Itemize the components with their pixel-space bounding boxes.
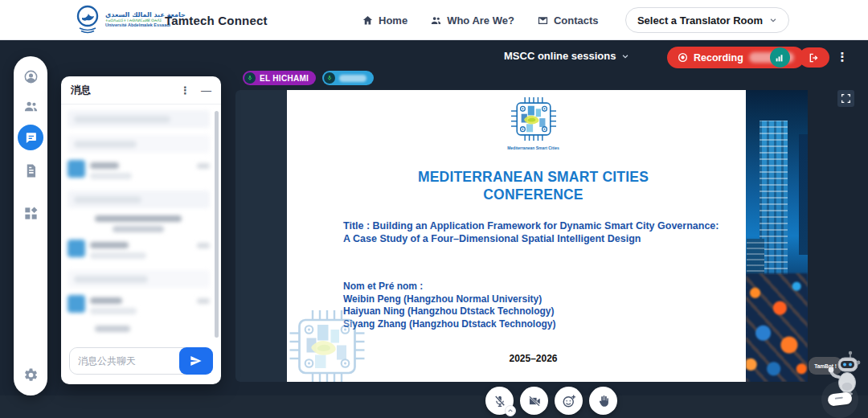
person-circle-icon	[23, 69, 39, 84]
chat-minimize-icon[interactable]: —	[201, 84, 211, 96]
speaker-name: EL HICHAMI	[260, 74, 309, 83]
translator-room-select[interactable]: Select a Translator Room	[625, 7, 789, 33]
chat-bubble-icon	[24, 131, 38, 145]
camera-off-button[interactable]	[520, 387, 548, 415]
city-lights	[746, 273, 808, 382]
mic-options-button[interactable]	[505, 405, 516, 416]
author-line: Haiyuan Ning (Hangzhou Dtstack Technolog…	[343, 305, 723, 318]
nav-who-label: Who Are We?	[447, 14, 514, 27]
chat-messages	[61, 104, 221, 341]
slide-authors: Nom et Pré nom : Weibin Peng (Hangzhou N…	[343, 281, 723, 330]
profile-button[interactable]	[21, 67, 40, 86]
city-building	[799, 134, 808, 255]
paper-plane-icon	[190, 354, 203, 367]
group-icon	[23, 99, 39, 114]
nav-home[interactable]: Home	[362, 14, 407, 27]
fullscreen-toggle-button[interactable]	[837, 90, 854, 107]
file-text-icon	[23, 163, 39, 178]
camera-off-icon	[527, 394, 542, 408]
chevron-down-icon	[621, 52, 629, 60]
slide-title: MEDITERRANEAN SMART CITIES CONFERENCE	[343, 169, 723, 204]
assistant-bot-widget: TamBot !	[804, 350, 868, 418]
signal-bars-icon	[775, 52, 785, 63]
emoji-add-icon	[562, 394, 576, 408]
recording-label: Recording	[694, 52, 743, 64]
mute-microphone-button[interactable]	[485, 387, 514, 415]
gear-icon	[23, 367, 39, 383]
nav-contacts[interactable]: Contacts	[537, 14, 599, 27]
slide-watermark-logo	[289, 306, 366, 382]
settings-button[interactable]	[21, 365, 40, 384]
author-line: Weibin Peng (Hangzhou Normal University)	[343, 293, 723, 306]
nav-who-are-we[interactable]: Who Are We?	[430, 14, 514, 27]
conference-logo: Mediterranean Smart Cities	[507, 96, 559, 150]
chat-button[interactable]	[18, 125, 43, 150]
nav-home-label: Home	[379, 14, 407, 27]
mic-on-icon	[324, 72, 335, 84]
slide-subtitle: Title : Building an Application Framewor…	[343, 219, 723, 246]
speaker-badge	[322, 71, 374, 85]
expand-corners-icon	[841, 93, 851, 104]
session-title-label: MSCC online sessions	[504, 50, 616, 62]
documents-button[interactable]	[21, 161, 40, 180]
chat-scrollbar[interactable]	[215, 111, 219, 338]
top-navigation: Home Who Are We? Contacts	[362, 0, 599, 40]
participants-button[interactable]	[21, 96, 40, 116]
raise-hand-button[interactable]	[589, 387, 617, 415]
send-message-button[interactable]	[179, 347, 213, 375]
reactions-button[interactable]	[555, 387, 583, 415]
bot-chat-bubble-icon	[827, 391, 853, 407]
widgets-icon	[23, 206, 39, 221]
bot-chat-launcher[interactable]	[821, 381, 858, 418]
home-icon	[362, 14, 374, 27]
mail-icon	[537, 14, 549, 27]
app-title: Tamtech Connect	[165, 0, 268, 40]
record-icon	[678, 52, 688, 63]
apps-button[interactable]	[21, 203, 40, 223]
mic-on-icon	[244, 72, 256, 84]
people-icon	[430, 14, 442, 27]
screenshare-stage: Mediterranean Smart Cities MEDITERRANEAN…	[235, 90, 746, 382]
speaker-badge: EL HICHAMI	[243, 71, 316, 85]
mic-off-icon	[493, 394, 507, 408]
session-more-menu[interactable]: ⋮	[836, 47, 849, 68]
authors-label: Nom et Pré nom :	[343, 281, 723, 293]
chat-panel-header: 消息 ⋮ —	[61, 76, 221, 104]
chat-panel: 消息 ⋮ —	[61, 76, 221, 384]
call-controls	[485, 387, 617, 415]
author-line: Siyang Zhang (Hangzhou Dtstack Technolog…	[343, 318, 723, 331]
left-toolbar	[14, 56, 47, 395]
translator-room-label: Select a Translator Room	[637, 14, 763, 27]
top-header: جامعة عبد المالك السعدي ⵜⴰⵙⴷⴰⵡⵉⵜ ⵏ ⵄⴱⴷⵍⵎ…	[0, 0, 868, 40]
presentation-slide: Mediterranean Smart Cities MEDITERRANEAN…	[287, 90, 746, 382]
connection-stats-button[interactable]	[770, 47, 790, 68]
session-title-dropdown[interactable]: MSCC online sessions	[504, 50, 629, 62]
leave-session-button[interactable]	[799, 47, 829, 68]
raised-hand-icon	[596, 394, 611, 408]
chat-menu-icon[interactable]: ⋮	[180, 84, 190, 96]
chevron-up-icon	[507, 408, 514, 414]
chat-panel-title: 消息	[71, 84, 91, 97]
chevron-down-icon	[769, 16, 777, 24]
presenter-video-feed[interactable]	[746, 90, 808, 382]
speaker-name-redacted	[339, 75, 366, 82]
active-speakers: EL HICHAMI	[243, 71, 374, 85]
nav-contacts-label: Contacts	[554, 14, 599, 27]
chat-message-input[interactable]	[70, 348, 182, 374]
chat-input-container	[69, 347, 213, 375]
dove-logo-icon	[74, 4, 101, 35]
exit-icon	[809, 52, 820, 64]
conference-logo-caption: Mediterranean Smart Cities	[507, 145, 559, 150]
bottom-bar	[0, 395, 868, 418]
slide-years: 2025–2026	[343, 353, 723, 364]
